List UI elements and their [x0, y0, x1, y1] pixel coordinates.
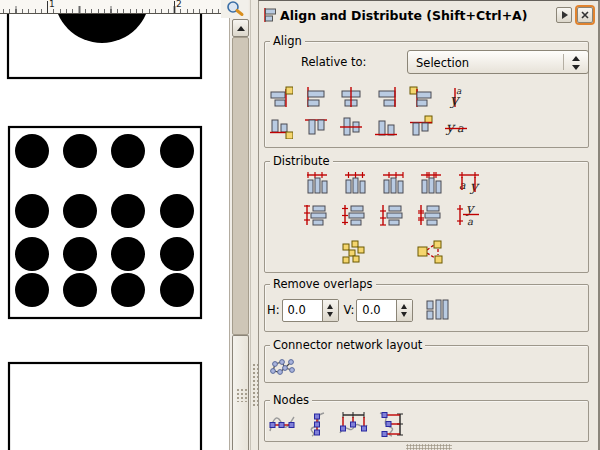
align-nodes-horizontally[interactable]	[268, 411, 296, 437]
bottom-grip-dots	[406, 444, 452, 450]
horizontal-ruler[interactable]: 12	[0, 0, 222, 14]
align-right-edges[interactable]	[374, 86, 398, 108]
distribute-centers-vertically[interactable]	[342, 203, 368, 227]
center-on-horizontal-axis[interactable]	[339, 115, 363, 139]
close-button[interactable]	[577, 7, 593, 23]
magnifier-icon[interactable]	[221, 0, 248, 18]
grid-black-circle[interactable]	[15, 134, 49, 168]
grid-black-circle[interactable]	[15, 273, 49, 307]
align-section-label: Align	[270, 34, 305, 48]
grid-black-circle[interactable]	[63, 194, 97, 228]
dock-arrow-button[interactable]	[556, 7, 572, 23]
grid-black-circle[interactable]	[111, 194, 145, 228]
h-spin-arrows-icon[interactable]	[322, 300, 338, 321]
align-right-to-anchor-left[interactable]	[269, 86, 293, 108]
dropdown-arrows-icon	[571, 56, 581, 70]
scroll-up-arrow-icon[interactable]	[232, 19, 249, 37]
align-and-distribute-dialog: Align and Distribute (Shift+Ctrl+A) Alig…	[258, 0, 600, 450]
distribute-right-edges[interactable]	[380, 172, 406, 196]
nodes-section-label: Nodes	[270, 393, 312, 407]
grid-black-circle[interactable]	[111, 273, 145, 307]
ruler-major-tick: 2	[174, 1, 175, 13]
grid-black-circle[interactable]	[111, 134, 145, 168]
align-left-to-anchor-right[interactable]	[409, 86, 433, 108]
align-top-edges[interactable]	[304, 115, 328, 139]
align-top-to-anchor-bottom[interactable]	[409, 115, 433, 139]
align-text-anchors-vertical[interactable]: ay	[444, 86, 468, 108]
ruler-major-tick: 1	[47, 1, 48, 13]
bottom-rectangle[interactable]	[9, 363, 201, 450]
connector-section-label: Connector network layout	[270, 338, 425, 352]
distribute-vertical-gaps[interactable]	[418, 203, 444, 227]
unclump-objects[interactable]	[416, 240, 446, 266]
align-dialog-icon	[263, 7, 279, 27]
svg-text:y: y	[445, 119, 456, 136]
connector-section: Connector network layout	[264, 345, 589, 383]
v-label: V:	[344, 303, 355, 317]
distribute-top-edges[interactable]	[304, 203, 330, 227]
align-text-baselines-horizontal[interactable]: ya	[444, 115, 468, 139]
canvas-drawing[interactable]	[0, 0, 229, 450]
align-nodes-vertically[interactable]	[304, 411, 330, 437]
ruler-medium-ticks	[0, 6, 222, 13]
grid-black-circle[interactable]	[15, 237, 49, 271]
distribute-text-anchors-horizontal[interactable]: ay	[456, 172, 482, 196]
distribute-centers-horizontally[interactable]	[342, 172, 368, 196]
vertical-scrollbar[interactable]	[229, 0, 249, 450]
grid-black-circle[interactable]	[160, 237, 194, 271]
pane-resize-handle[interactable]	[250, 0, 258, 450]
distribute-section: Distribute ay ya	[264, 161, 589, 273]
distribute-bottom-edges[interactable]	[380, 203, 406, 227]
v-spin-entry[interactable]	[358, 301, 396, 320]
grid-black-circle[interactable]	[160, 273, 194, 307]
align-left-edges[interactable]	[304, 86, 328, 108]
v-spin-arrows-icon[interactable]	[396, 300, 412, 321]
connector-network-layout[interactable]	[269, 357, 297, 381]
grid-black-circle[interactable]	[160, 194, 194, 228]
distribute-section-label: Distribute	[270, 154, 333, 168]
distribute-horizontal-gaps[interactable]	[418, 172, 444, 196]
align-bottom-to-anchor-top[interactable]	[269, 115, 293, 139]
dialog-header: Align and Distribute (Shift+Ctrl+A)	[259, 1, 598, 30]
align-bottom-edges[interactable]	[374, 115, 398, 139]
grid-black-circle[interactable]	[160, 134, 194, 168]
relative-to-dropdown[interactable]: Selection	[407, 50, 589, 74]
relative-to-value: Selection	[416, 56, 469, 70]
v-spinbox[interactable]	[356, 299, 413, 322]
randomize-positions[interactable]	[341, 240, 367, 266]
relative-to-label: Relative to:	[301, 55, 403, 69]
h-spin-entry[interactable]	[284, 301, 322, 320]
grid-black-circle[interactable]	[63, 134, 97, 168]
grid-black-circle[interactable]	[15, 194, 49, 228]
grid-black-circle[interactable]	[63, 273, 97, 307]
svg-text:a: a	[467, 216, 473, 227]
remove-overlaps-section: Remove overlaps H: V:	[264, 284, 589, 332]
align-section: Align Relative to: Selection ay ya	[264, 41, 589, 148]
distribute-nodes-horizontally[interactable]	[338, 411, 368, 437]
nodes-section: Nodes	[264, 400, 589, 442]
distribute-left-edges[interactable]	[304, 172, 330, 196]
scrollbar-thumb[interactable]	[232, 335, 249, 450]
distribute-nodes-vertically[interactable]	[376, 411, 404, 437]
grid-black-circle[interactable]	[111, 237, 145, 271]
canvas-area[interactable]: 12	[0, 0, 229, 450]
h-label: H:	[267, 303, 280, 317]
remove-overlaps[interactable]	[424, 298, 452, 322]
distribute-text-baselines-vertical[interactable]: ya	[456, 203, 482, 227]
center-on-vertical-axis[interactable]	[339, 86, 363, 108]
dialog-title: Align and Distribute (Shift+Ctrl+A)	[280, 8, 528, 23]
scrollbar-grip-dots	[236, 388, 247, 402]
h-spinbox[interactable]	[282, 299, 339, 322]
grid-black-circle[interactable]	[63, 237, 97, 271]
remove-overlaps-label: Remove overlaps	[270, 277, 376, 291]
scrollbar-trough[interactable]	[232, 37, 249, 335]
